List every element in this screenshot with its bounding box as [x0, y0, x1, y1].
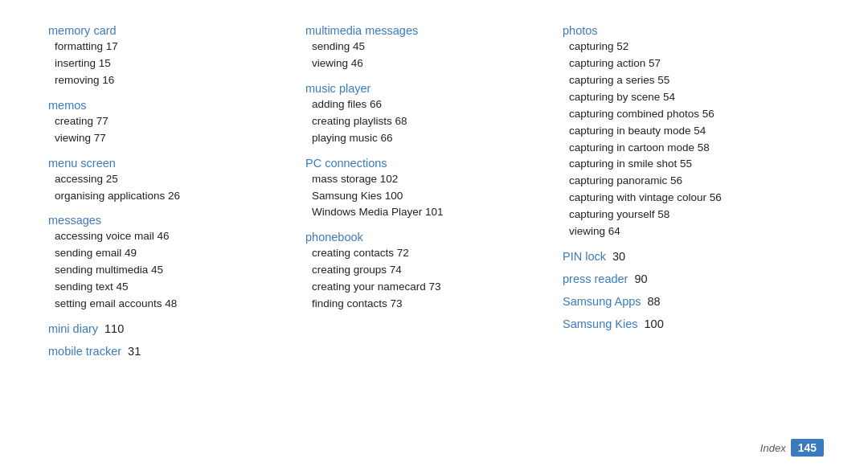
sub-items: formatting 17inserting 15removing 16: [55, 39, 289, 89]
sub-item: organising applications 26: [55, 188, 289, 205]
entry-heading: Samsung Kies: [563, 317, 638, 330]
sub-item: capturing panoramic 56: [569, 173, 804, 190]
index-entry: press reader90: [563, 272, 804, 285]
sub-item: capturing in smile shot 55: [569, 156, 804, 173]
sub-item: playing music 66: [312, 130, 547, 147]
index-columns: memory cardformatting 17inserting 15remo…: [48, 24, 820, 447]
entry-page: 110: [104, 322, 124, 335]
index-entry: multimedia messagessending 45viewing 46: [305, 24, 547, 72]
sub-item: creating your namecard 73: [312, 279, 547, 296]
footer-page: 145: [791, 439, 824, 457]
sub-item: capturing in beauty mode 54: [569, 123, 804, 140]
sub-items: capturing 52capturing action 57capturing…: [569, 39, 804, 240]
sub-item: capturing yourself 58: [569, 207, 804, 223]
index-entry: PIN lock30: [563, 250, 804, 263]
column-1: multimedia messagessending 45viewing 46m…: [305, 24, 563, 447]
sub-item: capturing in cartoon mode 58: [569, 140, 804, 157]
entry-heading: memory card: [48, 24, 289, 37]
inline-entry: Samsung Apps88: [563, 295, 804, 308]
index-entry: phonebookcreating contacts 72creating gr…: [305, 231, 547, 313]
sub-item: sending 45: [312, 39, 547, 55]
sub-item: creating contacts 72: [312, 245, 547, 262]
sub-item: viewing 77: [55, 130, 289, 147]
sub-item: capturing with vintage colour 56: [569, 190, 804, 207]
entry-heading: music player: [305, 82, 547, 95]
index-entry: PC connectionsmass storage 102Samsung Ki…: [305, 157, 547, 222]
sub-item: capturing combined photos 56: [569, 106, 804, 123]
sub-item: sending multimedia 45: [55, 262, 289, 279]
sub-items: sending 45viewing 46: [312, 39, 547, 72]
sub-item: accessing 25: [55, 171, 289, 188]
sub-item: accessing voice mail 46: [55, 228, 289, 245]
index-entry: memory cardformatting 17inserting 15remo…: [48, 24, 289, 89]
index-entry: Samsung Apps88: [563, 295, 804, 308]
index-entry: menu screenaccessing 25organising applic…: [48, 157, 289, 205]
entry-page: 31: [128, 345, 141, 358]
entry-heading: PIN lock: [563, 250, 606, 263]
sub-item: formatting 17: [55, 39, 289, 55]
index-entry: mobile tracker31: [48, 345, 289, 358]
entry-heading: memos: [48, 99, 289, 112]
sub-items: accessing 25organising applications 26: [55, 171, 289, 205]
sub-item: viewing 64: [569, 223, 804, 240]
index-entry: messagesaccessing voice mail 46sending e…: [48, 214, 289, 313]
index-entry: Samsung Kies100: [563, 317, 804, 330]
entry-heading: Samsung Apps: [563, 295, 641, 308]
column-2: photoscapturing 52capturing action 57cap…: [563, 24, 820, 447]
sub-item: inserting 15: [55, 55, 289, 72]
sub-items: creating 77viewing 77: [55, 113, 289, 147]
entry-page: 30: [612, 250, 625, 263]
inline-entry: Samsung Kies100: [563, 317, 804, 330]
entry-heading: press reader: [563, 272, 628, 285]
entry-heading: photos: [563, 24, 804, 37]
sub-item: capturing 52: [569, 39, 804, 55]
inline-entry: PIN lock30: [563, 250, 804, 263]
sub-item: capturing a series 55: [569, 72, 804, 89]
sub-item: creating groups 74: [312, 262, 547, 279]
sub-item: removing 16: [55, 72, 289, 89]
entry-heading: messages: [48, 214, 289, 227]
sub-item: finding contacts 73: [312, 296, 547, 313]
index-entry: mini diary110: [48, 322, 289, 335]
inline-entry: mini diary110: [48, 322, 289, 335]
column-0: memory cardformatting 17inserting 15remo…: [48, 24, 305, 447]
sub-item: setting email accounts 48: [55, 296, 289, 313]
sub-items: adding files 66creating playlists 68play…: [312, 96, 547, 147]
inline-entry: mobile tracker31: [48, 345, 289, 358]
index-entry: music playeradding files 66creating play…: [305, 82, 547, 147]
entry-heading: phonebook: [305, 231, 547, 244]
sub-item: Windows Media Player 101: [312, 204, 547, 221]
footer-label: Index: [760, 442, 786, 454]
entry-page: 90: [634, 272, 647, 285]
sub-item: sending email 49: [55, 245, 289, 262]
sub-item: sending text 45: [55, 279, 289, 296]
sub-item: mass storage 102: [312, 171, 547, 188]
index-entry: photoscapturing 52capturing action 57cap…: [563, 24, 804, 240]
sub-item: adding files 66: [312, 96, 547, 113]
sub-item: viewing 46: [312, 55, 547, 72]
sub-items: accessing voice mail 46sending email 49s…: [55, 228, 289, 313]
index-entry: memoscreating 77viewing 77: [48, 99, 289, 147]
entry-heading: menu screen: [48, 157, 289, 170]
page: memory cardformatting 17inserting 15remo…: [0, 0, 868, 471]
entry-heading: mini diary: [48, 322, 98, 335]
entry-heading: PC connections: [305, 157, 547, 170]
sub-items: mass storage 102Samsung Kies 100Windows …: [312, 171, 547, 222]
footer: Index 145: [760, 439, 824, 457]
entry-heading: mobile tracker: [48, 345, 121, 358]
entry-page: 88: [648, 295, 661, 308]
entry-page: 100: [645, 317, 664, 330]
sub-item: capturing action 57: [569, 55, 804, 72]
sub-item: creating playlists 68: [312, 113, 547, 130]
sub-item: creating 77: [55, 113, 289, 130]
sub-item: capturing by scene 54: [569, 89, 804, 106]
inline-entry: press reader90: [563, 272, 804, 285]
sub-item: Samsung Kies 100: [312, 188, 547, 205]
sub-items: creating contacts 72creating groups 74cr…: [312, 245, 547, 313]
entry-heading: multimedia messages: [305, 24, 547, 37]
